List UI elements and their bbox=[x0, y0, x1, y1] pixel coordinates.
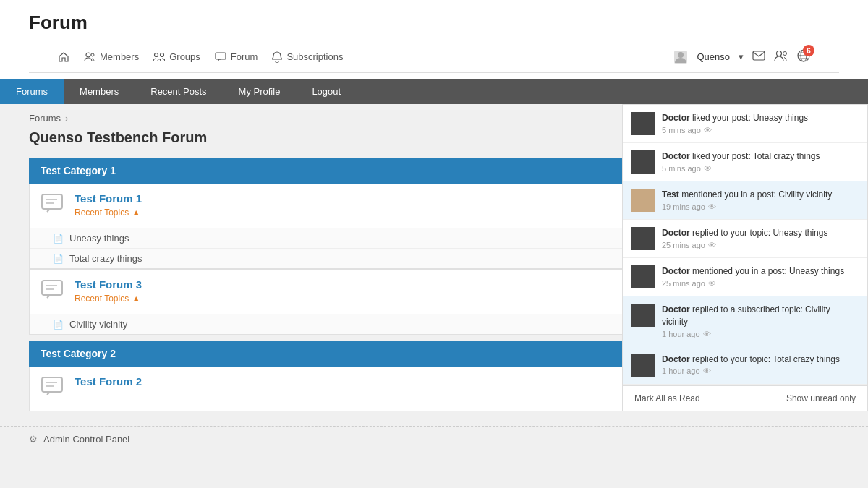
notif-item[interactable]: Doctor liked your post: Total crazy thin… bbox=[623, 143, 867, 181]
notification-footer: Mark All as Read Show unread only bbox=[623, 385, 867, 411]
page-footer: ⚙ Admin Control Panel bbox=[0, 426, 868, 452]
notif-time-3: 19 mins ago 👁 bbox=[662, 202, 859, 211]
show-unread-button[interactable]: Show unread only bbox=[786, 393, 856, 403]
nav-members-label: Members bbox=[100, 51, 139, 62]
breadcrumb-separator: › bbox=[65, 113, 68, 124]
tab-members[interactable]: Members bbox=[64, 79, 135, 104]
notif-item[interactable]: Doctor mentioned you in a post: Uneasy t… bbox=[623, 258, 867, 296]
notif-time-5: 25 mins ago 👁 bbox=[662, 279, 859, 288]
forum-nav-icon bbox=[215, 52, 226, 62]
notif-avatar-1 bbox=[631, 112, 655, 135]
nav-left: Members Groups Forum Subscriptions bbox=[58, 51, 343, 63]
notif-item[interactable]: Doctor liked your post: Uneasy things 5 … bbox=[623, 105, 867, 143]
eye-icon-4: 👁 bbox=[708, 241, 716, 249]
eye-icon-6: 👁 bbox=[703, 330, 711, 338]
home-icon bbox=[58, 51, 69, 63]
nav-groups[interactable]: Groups bbox=[153, 51, 200, 62]
messages-icon[interactable] bbox=[752, 51, 765, 63]
eye-icon-7: 👁 bbox=[703, 367, 711, 375]
notif-body-1: Doctor liked your post: Uneasy things 5 … bbox=[662, 112, 859, 134]
forum-bubble-icon-3 bbox=[41, 280, 64, 305]
nav-home[interactable] bbox=[58, 51, 69, 63]
notif-body-4: Doctor replied to your topic: Uneasy thi… bbox=[662, 227, 859, 249]
tab-forums[interactable]: Forums bbox=[0, 79, 64, 104]
notif-time-4: 25 mins ago 👁 bbox=[662, 241, 859, 249]
notifications-icon[interactable]: 6 bbox=[797, 49, 810, 64]
notif-avatar-2 bbox=[631, 150, 655, 174]
notif-body-5: Doctor mentioned you in a post: Uneasy t… bbox=[662, 265, 859, 288]
top-nav: Members Groups Forum Subscriptions Quens… bbox=[29, 41, 839, 73]
notif-time-7: 1 hour ago 👁 bbox=[662, 367, 859, 375]
svg-rect-7 bbox=[753, 51, 765, 60]
notif-body-2: Doctor liked your post: Total crazy thin… bbox=[662, 150, 859, 173]
notif-text-1: Doctor liked your post: Uneasy things bbox=[662, 112, 859, 124]
notif-item[interactable]: Doctor replied to your topic: Uneasy thi… bbox=[623, 220, 867, 258]
user-avatar-icon bbox=[673, 50, 688, 64]
nav-forum[interactable]: Forum bbox=[215, 51, 258, 62]
notif-avatar-6 bbox=[631, 304, 655, 327]
eye-icon-1: 👁 bbox=[704, 126, 712, 134]
mark-all-read-button[interactable]: Mark All as Read bbox=[634, 393, 700, 403]
topic-link-1[interactable]: Uneasy things bbox=[69, 233, 129, 244]
notif-text-7: Doctor replied to your topic: Total craz… bbox=[662, 354, 859, 366]
notification-list: Doctor liked your post: Uneasy things 5 … bbox=[623, 105, 867, 385]
tab-recent-posts[interactable]: Recent Posts bbox=[135, 79, 222, 104]
friends-icon[interactable] bbox=[774, 50, 788, 64]
gear-icon: ⚙ bbox=[29, 434, 38, 445]
notif-text-4: Doctor replied to your topic: Uneasy thi… bbox=[662, 227, 859, 239]
nav-groups-label: Groups bbox=[169, 51, 200, 62]
eye-icon-5: 👁 bbox=[708, 279, 716, 288]
tab-logout[interactable]: Logout bbox=[296, 79, 357, 104]
doc-icon-2: 📄 bbox=[53, 254, 64, 264]
notification-panel: Doctor liked your post: Uneasy things 5 … bbox=[622, 104, 868, 411]
eye-icon-3: 👁 bbox=[708, 202, 716, 211]
page-header: Forum Members Groups Forum Subscriptions bbox=[0, 0, 868, 79]
svg-point-1 bbox=[91, 53, 94, 56]
notif-time-1: 5 mins ago 👁 bbox=[662, 126, 859, 134]
notif-item[interactable]: Doctor replied to your topic: Total craz… bbox=[623, 346, 867, 385]
nav-subscriptions[interactable]: Subscriptions bbox=[272, 51, 343, 63]
chevron-up-icon-3: ▲ bbox=[132, 294, 140, 304]
nav-subscriptions-label: Subscriptions bbox=[286, 51, 343, 62]
svg-point-6 bbox=[678, 52, 684, 58]
nav-members[interactable]: Members bbox=[84, 51, 139, 62]
notification-badge: 6 bbox=[803, 45, 814, 56]
username-label[interactable]: Quenso bbox=[697, 51, 730, 62]
notif-time-6: 1 hour ago 👁 bbox=[662, 330, 859, 338]
notif-body-3: Test mentioned you in a post: Civility v… bbox=[662, 189, 859, 211]
eye-icon-2: 👁 bbox=[704, 164, 712, 173]
svg-point-2 bbox=[155, 53, 158, 56]
chevron-up-icon-1: ▲ bbox=[132, 207, 140, 218]
notif-text-5: Doctor mentioned you in a post: Uneasy t… bbox=[662, 265, 859, 278]
svg-point-3 bbox=[161, 53, 164, 56]
svg-rect-18 bbox=[42, 281, 62, 295]
page-title: Forum bbox=[29, 12, 839, 34]
svg-point-0 bbox=[86, 53, 90, 57]
topic-link-2[interactable]: Total crazy things bbox=[69, 253, 142, 264]
main-layout: Forums › Quenso Testbench Forum Test Cat… bbox=[0, 104, 868, 411]
admin-panel-label[interactable]: Admin Control Panel bbox=[43, 434, 129, 445]
tab-my-profile[interactable]: My Profile bbox=[223, 79, 297, 104]
subscriptions-nav-icon bbox=[272, 51, 282, 63]
users-icon bbox=[774, 50, 788, 61]
svg-rect-4 bbox=[216, 53, 226, 59]
breadcrumb-forums-link[interactable]: Forums bbox=[29, 113, 61, 124]
doc-icon-3: 📄 bbox=[53, 320, 64, 330]
notif-text-3: Test mentioned you in a post: Civility v… bbox=[662, 189, 859, 201]
svg-point-8 bbox=[777, 51, 782, 56]
members-nav-icon bbox=[84, 52, 95, 62]
username-dropdown-icon[interactable]: ▾ bbox=[739, 51, 744, 62]
svg-rect-21 bbox=[42, 377, 62, 392]
notif-item[interactable]: Test mentioned you in a post: Civility v… bbox=[623, 181, 867, 220]
notif-item[interactable]: Doctor replied to a subscribed topic: Ci… bbox=[623, 296, 867, 346]
notif-text-2: Doctor liked your post: Total crazy thin… bbox=[662, 150, 859, 163]
notif-text-6: Doctor replied to a subscribed topic: Ci… bbox=[662, 304, 859, 328]
svg-rect-15 bbox=[42, 194, 62, 209]
sub-nav: Forums Members Recent Posts My Profile L… bbox=[0, 79, 868, 104]
notif-time-2: 5 mins ago 👁 bbox=[662, 164, 859, 173]
topic-link-3[interactable]: Civility vicinity bbox=[69, 319, 127, 330]
groups-nav-icon bbox=[153, 52, 165, 62]
notif-avatar-3 bbox=[631, 189, 655, 212]
notif-avatar-5 bbox=[631, 265, 655, 288]
envelope-icon bbox=[752, 51, 765, 61]
